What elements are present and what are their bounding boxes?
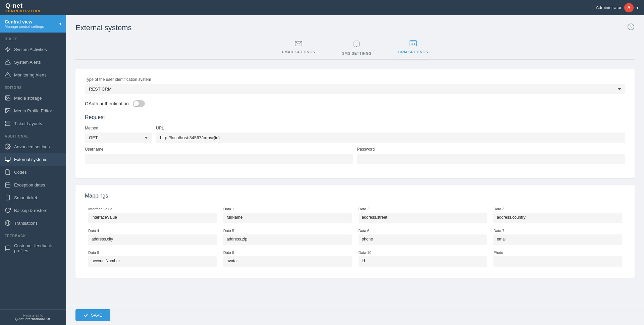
mapping-label: Photo	[493, 251, 622, 255]
toggle-knob	[133, 101, 139, 106]
identification-select[interactable]: REST CRM	[85, 84, 625, 94]
sms-icon	[353, 40, 360, 49]
user-dropdown-icon: ▾	[636, 5, 639, 10]
section-label-editors: EDITORS	[0, 81, 66, 92]
oauth-toggle[interactable]	[133, 100, 145, 107]
password-label: Password	[357, 147, 626, 152]
url-input[interactable]	[156, 132, 625, 143]
bottom-bar: SAVE	[66, 305, 644, 325]
save-label: SAVE	[91, 313, 102, 318]
tab-sms-label: SMS SETTINGS	[342, 51, 372, 55]
history-icon[interactable]	[627, 23, 635, 32]
mapping-cell-0: Interface value interfaceValue	[85, 204, 220, 226]
media-storage-icon	[5, 95, 11, 101]
svg-rect-15	[5, 183, 10, 187]
save-button[interactable]: SAVE	[75, 309, 110, 321]
sidebar-label-system-activities: System Activities	[14, 47, 47, 52]
svg-point-25	[357, 46, 357, 47]
user-menu[interactable]: Administrator A ▾	[596, 3, 639, 12]
mapping-label: Data 9	[223, 251, 352, 255]
sidebar-label-system-alerts: System Alerts	[14, 60, 41, 65]
mapping-label: Data 6	[359, 229, 487, 233]
mapping-cell-7: Data 7 email	[490, 226, 625, 248]
sidebar-item-system-alerts[interactable]: System Alerts	[0, 56, 66, 68]
mapping-cell-3: Data 3 address.country	[490, 204, 625, 226]
mapping-cell-6: Data 6 phone	[355, 226, 490, 248]
mappings-grid: Interface value interfaceValue Data 1 fu…	[85, 204, 625, 270]
svg-marker-0	[5, 47, 10, 52]
logo-text: Q-net	[5, 2, 41, 9]
url-label: URL	[156, 126, 625, 130]
translations-icon	[5, 220, 11, 226]
smart-ticket-icon	[5, 195, 11, 201]
sidebar-item-external-systems[interactable]: External systems	[0, 153, 66, 166]
mapping-value: id	[359, 256, 487, 267]
logo-sub: ADMINISTRATION	[5, 9, 41, 13]
sidebar-label-media-profile-editor: Media Profile Editor	[14, 108, 52, 113]
mapping-cell-10: Data 10 id	[355, 248, 490, 270]
tabs-container: EMAIL SETTINGS SMS SETTINGS CRM SETTINGS	[75, 40, 635, 60]
sidebar-item-advanced-settings[interactable]: Advanced settings	[0, 140, 66, 153]
advanced-settings-icon	[5, 144, 11, 150]
sidebar-central-title: Central view	[5, 19, 44, 24]
sidebar-item-ticket-layouts[interactable]: Ticket Layouts	[0, 117, 66, 130]
svg-rect-9	[5, 121, 10, 123]
sidebar-label-codes: Codes	[14, 170, 27, 175]
page-header: External systems	[75, 23, 635, 32]
svg-rect-12	[5, 157, 10, 161]
method-label: Method	[85, 126, 152, 130]
mapping-cell-9: Data 9 avatar	[220, 248, 355, 270]
svg-rect-10	[5, 124, 10, 126]
svg-rect-26	[410, 41, 417, 46]
password-group: Password	[357, 147, 626, 164]
request-row: Method GET URL	[85, 126, 625, 143]
sidebar-item-customer-feedback[interactable]: Customer feedback profiles	[0, 240, 66, 257]
mapping-cell-4: Data 4 address.city	[85, 226, 220, 248]
mapping-cell-11: Photo	[490, 248, 625, 270]
logo: Q-net ADMINISTRATION	[5, 2, 41, 13]
method-select[interactable]: GET	[85, 132, 152, 143]
sidebar-label-monitoring-alerts: Monitoring Alerts	[14, 72, 47, 77]
sidebar-label-ticket-layouts: Ticket Layouts	[14, 121, 42, 126]
sidebar-label-smart-ticket: Smart ticket	[14, 195, 37, 200]
mapping-cell-5: Data 5 address.zip	[220, 226, 355, 248]
alerts-icon	[5, 59, 11, 65]
sidebar-item-system-activities[interactable]: System Activities	[0, 43, 66, 56]
activities-icon	[5, 46, 11, 52]
sidebar-item-backup-restore[interactable]: Backup & restore	[0, 204, 66, 217]
password-input[interactable]	[357, 154, 626, 164]
sidebar: Central view Manage central settings ▾ R…	[0, 15, 66, 325]
tab-crm-settings[interactable]: CRM SETTINGS	[398, 40, 428, 59]
sidebar-label-translations: Translations	[14, 221, 38, 226]
sidebar-central-view[interactable]: Central view Manage central settings ▾	[0, 15, 66, 33]
sidebar-item-translations[interactable]: Translations	[0, 217, 66, 229]
backup-icon	[5, 207, 11, 213]
mapping-label: Data 4	[88, 229, 217, 233]
username-input[interactable]	[85, 154, 353, 164]
email-icon	[295, 40, 302, 48]
tab-email-settings[interactable]: EMAIL SETTINGS	[282, 40, 315, 59]
footer-company: Q-net International Kft.	[5, 317, 61, 321]
tab-sms-settings[interactable]: SMS SETTINGS	[342, 40, 372, 59]
sidebar-item-exception-dates[interactable]: Exception dates	[0, 178, 66, 191]
sidebar-item-media-storage[interactable]: Media storage	[0, 92, 66, 104]
tab-crm-label: CRM SETTINGS	[398, 50, 428, 54]
username-label: Username	[85, 147, 353, 152]
sidebar-label-exception-dates: Exception dates	[14, 182, 45, 187]
chevron-down-icon: ▾	[59, 21, 61, 26]
mapping-value: interfaceValue	[88, 213, 217, 223]
feedback-icon	[5, 245, 11, 251]
sidebar-item-smart-ticket[interactable]: Smart ticket	[0, 191, 66, 204]
svg-point-6	[6, 97, 7, 97]
mapping-label: Data 1	[223, 207, 352, 211]
mapping-label: Interface value	[88, 207, 217, 211]
sidebar-item-media-profile-editor[interactable]: Media Profile Editor	[0, 104, 66, 117]
mapping-value: accountNumber	[88, 256, 217, 267]
mapping-label: Data 5	[223, 229, 352, 233]
mapping-label: Data 2	[359, 207, 487, 211]
sidebar-item-codes[interactable]: Codes	[0, 166, 66, 178]
method-group: Method GET	[85, 126, 152, 143]
mapping-value: email	[493, 234, 622, 245]
tab-email-label: EMAIL SETTINGS	[282, 50, 315, 54]
sidebar-item-monitoring-alerts[interactable]: Monitoring Alerts	[0, 68, 66, 81]
